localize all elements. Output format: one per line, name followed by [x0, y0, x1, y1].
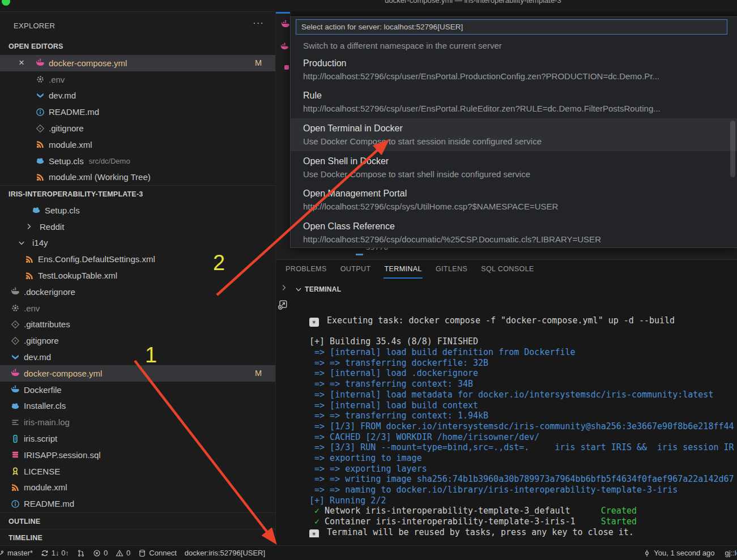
- more-actions-icon[interactable]: ···: [253, 18, 264, 29]
- panel-tab-terminal[interactable]: TERMINAL: [384, 260, 422, 279]
- quickpick-item-label: Open Terminal in Docker: [303, 123, 737, 134]
- tree-item[interactable]: IRISAPP.session.sql: [0, 447, 275, 463]
- quickpick-item[interactable]: Open Shell in DockerUse Docker Compose t…: [291, 151, 737, 184]
- open-editor-item[interactable]: module.xml (Working Tree): [0, 169, 275, 186]
- terminal-line: ∗Terminal will be reused by tasks, press…: [309, 527, 737, 538]
- quickpick-item[interactable]: Rulehttp://localhost:52796/csp/user/EnsP…: [291, 86, 737, 119]
- open-editor-item[interactable]: dev.md: [0, 88, 275, 104]
- timeline-section-header[interactable]: TIMELINE: [0, 529, 275, 546]
- tree-item[interactable]: module.xml: [0, 480, 275, 496]
- panel-tab-problems[interactable]: PROBLEMS: [285, 260, 327, 279]
- tree-item[interactable]: .dockerignore: [0, 284, 275, 300]
- file-label: Dockerfile: [24, 385, 62, 395]
- git-file-icon: [36, 124, 45, 133]
- debug-attach-icon[interactable]: [277, 299, 288, 310]
- terminal-line: => [internal] load metadata for docker.i…: [309, 390, 737, 400]
- terminal-line: => => transferring context: 34B: [309, 379, 737, 390]
- docker-whale-icon: [11, 369, 20, 378]
- database-icon: [138, 549, 146, 557]
- terminal-title: TERMINAL: [305, 285, 341, 293]
- panel-tab-gitlens[interactable]: GITLENS: [435, 260, 468, 279]
- open-editor-item[interactable]: Setup.clssrc/dc/Demo: [0, 153, 275, 169]
- terminal-text: => => writing image sha256:74b1b3960a30b…: [309, 474, 734, 484]
- tree-item[interactable]: Ens.Config.DefaultSettings.xml: [0, 251, 275, 267]
- open-editor-item[interactable]: .gitignore: [0, 120, 275, 136]
- status-item-blame[interactable]: You, 1 second ago: [643, 549, 714, 557]
- quickpick-item-label: Open Shell in Docker: [303, 156, 737, 166]
- file-label: .dockerignore: [24, 287, 75, 297]
- tree-item[interactable]: TestLookupTable.xml: [0, 267, 275, 284]
- terminal-line: ✓ Container iris-interoperability-templa…: [309, 516, 737, 527]
- git-branch-icon: [0, 549, 5, 557]
- terminal-line: => => exporting layers: [309, 464, 737, 474]
- sidebar-header: EXPLORER ···: [0, 18, 275, 33]
- quickpick-item[interactable]: Productionhttp://localhost:52796/csp/use…: [291, 53, 737, 86]
- open-editor-item[interactable]: .env: [0, 71, 275, 88]
- open-editor-item[interactable]: ×docker-compose.ymlM: [0, 55, 275, 71]
- status-item-branch[interactable]: master*: [0, 549, 33, 557]
- tree-item[interactable]: Reddit: [0, 219, 275, 235]
- tree-item[interactable]: .env: [0, 300, 275, 317]
- tree-item[interactable]: dev.md: [0, 349, 275, 365]
- terminal-section-header[interactable]: TERMINAL: [275, 281, 737, 297]
- window-title: docker-compose.yml — iris-interoperabili…: [331, 0, 615, 5]
- tree-item[interactable]: i14y: [0, 235, 275, 251]
- file-label: LICENSE: [24, 467, 60, 476]
- tree-item[interactable]: docker-compose.ymlM: [0, 365, 275, 382]
- tree-item[interactable]: Dockerfile: [0, 382, 275, 398]
- arrow-down-icon: [11, 353, 20, 362]
- status-item-pull-request[interactable]: [77, 549, 85, 557]
- project-section-header[interactable]: IRIS-INTEROPERABILITY-TEMPLATE-3: [0, 185, 275, 202]
- terminal-text: => CACHED [2/3] WORKDIR /home/irisowner/…: [309, 432, 539, 442]
- warning-icon: [116, 549, 123, 557]
- tree-item[interactable]: Setup.cls: [0, 202, 275, 219]
- quickpick-item-description: http://localhost:52796/csp/user/EnsPorta…: [303, 71, 737, 81]
- open-editors-section-header[interactable]: OPEN EDITORS: [0, 38, 275, 54]
- status-item-connect[interactable]: Connect: [138, 549, 176, 557]
- docker-whale-icon: [281, 20, 290, 29]
- chevron-down-icon: [18, 239, 25, 247]
- status-item-sync[interactable]: 1↓ 0↑: [41, 549, 69, 557]
- quickpick-clipped-item[interactable]: Switch to a different namespace in the c…: [303, 37, 502, 53]
- tree-item[interactable]: LICENSE: [0, 463, 275, 480]
- tree-item[interactable]: .gitignore: [0, 332, 275, 349]
- file-label: docker-compose.yml: [49, 58, 127, 68]
- tree-item[interactable]: iris-main.log: [0, 414, 275, 430]
- terminal-text: => => exporting layers: [309, 464, 427, 474]
- terminal-line: => [1/3] FROM docker.io/intersystemsdc/i…: [309, 421, 737, 432]
- quickpick-item-description: http://localhost:52796/csp/sys/UtilHome.…: [303, 202, 737, 211]
- terminal-text: => [3/3] RUN --mount=type=bind,src=.,dst…: [309, 442, 734, 452]
- terminal-line: => => transferring context: 1.94kB: [309, 411, 737, 421]
- status-item-gj[interactable]: gj::lo: [725, 549, 737, 557]
- open-editor-item[interactable]: module.xml: [0, 136, 275, 153]
- file-label: module.xml: [24, 482, 67, 492]
- open-editor-item[interactable]: README.md: [0, 104, 275, 120]
- gear-icon: [11, 303, 20, 313]
- docker-whale-icon: [36, 58, 45, 67]
- outline-section-header[interactable]: OUTLINE: [0, 512, 275, 529]
- status-item-label: 0: [104, 549, 108, 557]
- terminal-line: => [internal] load .dockerignore: [309, 368, 737, 379]
- tree-item[interactable]: .gitattributes: [0, 317, 275, 333]
- close-icon[interactable]: ×: [17, 58, 26, 67]
- quickpick-item[interactable]: Open Management Portalhttp://localhost:5…: [291, 183, 737, 216]
- status-item-warnings[interactable]: 0: [116, 549, 130, 557]
- panel-tab-output[interactable]: OUTPUT: [340, 260, 372, 279]
- file-label: Reddit: [40, 222, 64, 232]
- panel-tab-sql-console[interactable]: SQL CONSOLE: [480, 260, 535, 279]
- quickpick-item[interactable]: Open Class Referencehttp://localhost:527…: [291, 216, 737, 249]
- quickpick-item[interactable]: Open Terminal in DockerUse Docker Compos…: [291, 118, 737, 151]
- terminal-line: [+] Building 35.4s (8/8) FINISHED: [309, 336, 737, 347]
- task-star-icon: ∗: [309, 318, 319, 327]
- tree-item[interactable]: iris.script: [0, 430, 275, 447]
- quickpick-scrollbar[interactable]: [730, 121, 735, 177]
- quickpick-item-description: Use Docker Compose to start shell inside…: [303, 169, 737, 179]
- status-item-server[interactable]: docker:iris:52796[USER]: [185, 549, 265, 557]
- status-item-label: docker:iris:52796[USER]: [185, 549, 265, 557]
- tree-item[interactable]: Installer.cls: [0, 398, 275, 414]
- file-label: module.xml (Working Tree): [49, 172, 151, 182]
- status-item-errors[interactable]: 0: [93, 549, 108, 557]
- tree-item[interactable]: README.md: [0, 495, 275, 512]
- sql-icon: [11, 450, 20, 459]
- quickpick-input[interactable]: Select action for server: localhost:5279…: [296, 19, 727, 35]
